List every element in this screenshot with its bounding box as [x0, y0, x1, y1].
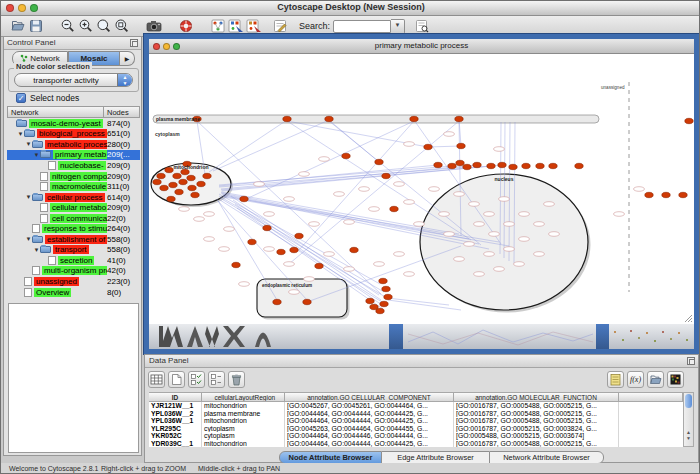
- network-node[interactable]: [685, 118, 693, 123]
- network-node-small[interactable]: [634, 187, 645, 192]
- notes-icon[interactable]: [607, 371, 624, 388]
- matrix-view-icon[interactable]: [667, 371, 684, 388]
- zoom-in-button[interactable]: [77, 17, 95, 35]
- network-node[interactable]: [645, 192, 653, 197]
- network-node[interactable]: [384, 294, 392, 299]
- network-node-small[interactable]: [369, 207, 380, 212]
- network-node-small[interactable]: [264, 247, 275, 252]
- table-column-header[interactable]: annotation.GO CELLULAR_COMPONENT: [285, 392, 454, 402]
- disclosure-triangle-icon[interactable]: ▼: [17, 131, 24, 137]
- network-node-small[interactable]: [494, 267, 505, 272]
- network-node[interactable]: [424, 144, 432, 149]
- network-node-small[interactable]: [464, 242, 475, 247]
- disclosure-triangle-icon[interactable]: ▼: [33, 247, 40, 253]
- table-column-header[interactable]: ID: [149, 392, 202, 402]
- network-node[interactable]: [434, 162, 442, 167]
- unselect-attributes-icon[interactable]: [208, 371, 225, 388]
- tree-row[interactable]: secretion41(0): [7, 255, 140, 266]
- network-node-small[interactable]: [264, 212, 275, 217]
- network-edge[interactable]: [330, 121, 379, 162]
- network-node[interactable]: [273, 299, 281, 304]
- network-node-small[interactable]: [299, 172, 310, 177]
- network-node[interactable]: [382, 286, 390, 291]
- network-node-small[interactable]: [304, 277, 315, 282]
- scrollbar-thumb[interactable]: [685, 394, 692, 408]
- network-node-small[interactable]: [284, 197, 295, 202]
- network-node[interactable]: [390, 206, 398, 211]
- network-node-small[interactable]: [484, 252, 495, 257]
- zoom-out-button[interactable]: [59, 17, 77, 35]
- network-node-small[interactable]: [404, 272, 415, 277]
- network-edge[interactable]: [388, 300, 461, 310]
- birdseye-view[interactable]: [8, 303, 139, 453]
- network-node[interactable]: [457, 143, 465, 148]
- network-node-small[interactable]: [499, 197, 510, 202]
- tree-row[interactable]: nucleobase-209(0): [7, 160, 140, 171]
- network-node-small[interactable]: [519, 212, 530, 217]
- network-node[interactable]: [380, 301, 388, 306]
- tree-row[interactable]: unassigned223(0): [7, 276, 140, 287]
- new-attribute-icon[interactable]: [168, 371, 185, 388]
- network-node[interactable]: [575, 163, 583, 168]
- network-node-small[interactable]: [544, 202, 555, 207]
- network-node[interactable]: [191, 192, 199, 197]
- network-node-small[interactable]: [489, 232, 500, 237]
- network-node[interactable]: [153, 179, 161, 184]
- import-attribute-file-icon[interactable]: [647, 371, 664, 388]
- network-node-small[interactable]: [204, 237, 215, 242]
- network-node[interactable]: [342, 153, 350, 158]
- network-node[interactable]: [248, 239, 256, 244]
- network-node-small[interactable]: [404, 200, 415, 205]
- network-node[interactable]: [167, 196, 175, 201]
- tree-row[interactable]: ▼primary metab209(...: [7, 150, 140, 161]
- network-node-small[interactable]: [334, 192, 345, 197]
- network-node[interactable]: [315, 263, 323, 268]
- network-node[interactable]: [290, 247, 298, 252]
- network-view-titlebar[interactable]: primary metabolic process: [149, 39, 694, 54]
- network-node[interactable]: [410, 116, 418, 121]
- network-node-small[interactable]: [394, 252, 405, 257]
- network-node[interactable]: [522, 163, 530, 168]
- disclosure-triangle-icon[interactable]: ▼: [33, 152, 40, 158]
- table-row[interactable]: YJR121W__1mitochondrion[GO:0045267, GO:0…: [149, 402, 683, 410]
- tree-row[interactable]: macromolecule311(0): [7, 181, 140, 192]
- network-node-small[interactable]: [519, 237, 530, 242]
- network-node[interactable]: [173, 173, 181, 178]
- network-node[interactable]: [536, 163, 544, 168]
- network-edge[interactable]: [219, 166, 452, 185]
- tree-row[interactable]: response to stimul264(0): [7, 223, 140, 234]
- tree-row[interactable]: cell communicat22(0): [7, 213, 140, 224]
- network-node-small[interactable]: [504, 247, 515, 252]
- network-node-small[interactable]: [224, 227, 235, 232]
- network-node-small[interactable]: [344, 267, 355, 272]
- tree-row[interactable]: ▼metabolic process280(0): [7, 139, 140, 150]
- network-node[interactable]: [188, 185, 196, 190]
- tree-column-network[interactable]: Network: [7, 106, 104, 118]
- open-session-button[interactable]: [9, 17, 27, 35]
- network-node-small[interactable]: [494, 147, 505, 152]
- network-node[interactable]: [379, 278, 387, 283]
- snapshot-camera-icon[interactable]: [145, 17, 163, 35]
- table-scrollbar[interactable]: ▲▼: [683, 392, 694, 447]
- network-node[interactable]: [455, 116, 463, 121]
- table-row[interactable]: YDR039C__1mitochondrion[GO:0044464, GO:0…: [149, 440, 683, 448]
- network-node[interactable]: [303, 299, 311, 304]
- network-node[interactable]: [366, 298, 374, 303]
- zoom-selected-button[interactable]: [95, 17, 113, 35]
- network-node[interactable]: [181, 169, 189, 174]
- network-node[interactable]: [175, 189, 183, 194]
- disclosure-triangle-icon[interactable]: ▼: [25, 141, 32, 147]
- scrollbar-arrows[interactable]: ▲▼: [685, 429, 692, 441]
- zoom-fit-button[interactable]: [113, 17, 131, 35]
- network-node[interactable]: [549, 163, 557, 168]
- network-node-small[interactable]: [254, 182, 265, 187]
- table-column-header[interactable]: annotation.GO MOLECULAR_FUNCTION: [454, 392, 619, 402]
- network-edge[interactable]: [209, 120, 287, 172]
- import-network-icon[interactable]: [209, 17, 227, 35]
- network-node-small[interactable]: [394, 182, 405, 187]
- network-node[interactable]: [375, 159, 383, 164]
- network-node-small[interactable]: [474, 272, 485, 277]
- network-node[interactable]: [382, 173, 390, 178]
- delete-attribute-icon[interactable]: [228, 371, 245, 388]
- network-node-small[interactable]: [469, 202, 480, 207]
